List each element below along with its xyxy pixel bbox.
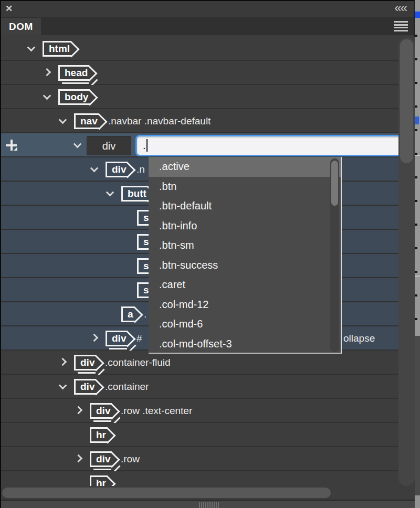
element-tag-div[interactable]: div <box>106 331 128 346</box>
tag-name-input[interactable]: div <box>87 136 131 155</box>
dom-tree-row-head[interactable]: head <box>1 61 415 85</box>
element-tag-div[interactable]: div <box>90 403 112 419</box>
dom-panel: ✕ «« DOM htmlheadbodynav.navbar .navbar-… <box>0 0 415 508</box>
panel-titlebar: ✕ «« <box>1 1 414 17</box>
element-tag-div[interactable]: div <box>90 451 112 467</box>
class-input[interactable]: . <box>135 135 411 156</box>
class-suggestion-item[interactable]: .btn-default <box>149 196 341 216</box>
class-suggestion-item[interactable]: .col-md-6 <box>149 314 341 334</box>
class-suggestion-item[interactable]: .btn-success <box>149 256 341 276</box>
element-tag-butt[interactable]: butt <box>121 186 148 202</box>
dom-tree-row-div-rowtext-center[interactable]: div.row .text-center <box>1 399 415 423</box>
vertical-scrollbar-thumb[interactable] <box>400 39 413 163</box>
panel-menu-icon[interactable] <box>394 21 408 31</box>
collapse-chevron-icon[interactable] <box>90 164 99 173</box>
expand-chevron-icon[interactable] <box>90 334 99 342</box>
expand-chevron-icon[interactable] <box>75 454 83 463</box>
class-input-value: . <box>143 140 146 151</box>
element-classes-label: .n <box>136 164 145 175</box>
dom-tree-row-div-row[interactable]: div.row <box>1 447 415 471</box>
dom-tree-row-div-container-fluid[interactable]: div.container-fluid <box>1 351 415 375</box>
element-classes-label-fragment: ollapse <box>343 333 375 344</box>
element-classes-label: .container-fluid <box>105 357 171 368</box>
panel-resize-strip <box>1 501 415 508</box>
element-tag-div[interactable]: div <box>106 162 128 177</box>
collapse-chevron-icon[interactable] <box>43 92 51 100</box>
element-classes-label: . <box>144 309 146 320</box>
resize-grip-handle[interactable] <box>199 502 219 508</box>
class-suggestion-item[interactable]: .btn-info <box>149 216 341 236</box>
class-suggestion-dropdown: .active.btn.btn-default.btn-info.btn-sm.… <box>149 157 342 354</box>
element-tag-html[interactable]: html <box>43 41 71 57</box>
collapse-chevron-icon[interactable] <box>59 116 67 124</box>
element-tag-a[interactable]: a <box>121 306 135 322</box>
dom-tree-row-div-container[interactable]: div.container <box>1 375 415 399</box>
class-suggestion-item[interactable]: .caret <box>149 275 341 295</box>
stacked-children-indicator <box>62 82 89 84</box>
class-suggestion-item[interactable]: .btn-sm <box>149 236 341 256</box>
element-tag-hr[interactable]: hr <box>90 475 108 486</box>
add-element-menu-arrow[interactable] <box>14 147 17 151</box>
element-tag-div[interactable]: div <box>74 355 96 371</box>
horizontal-scrollbar-track[interactable] <box>1 486 415 500</box>
element-tag-head[interactable]: head <box>58 65 89 81</box>
dropdown-scrollbar-thumb[interactable] <box>331 161 338 206</box>
stacked-children-indicator <box>109 348 127 350</box>
dom-tree-row-hr[interactable]: hr <box>1 423 415 447</box>
element-classes-label: .row .text-center <box>121 405 192 417</box>
element-tag-nav[interactable]: nav <box>74 113 99 129</box>
element-classes-label: .navbar .navbar-default <box>108 115 211 127</box>
text-caret <box>146 139 148 152</box>
panel-tabbar: DOM <box>1 17 414 35</box>
tab-dom[interactable]: DOM <box>1 18 41 35</box>
expand-chevron-icon[interactable] <box>43 68 51 77</box>
stacked-children-indicator <box>93 469 111 470</box>
element-tag-hr[interactable]: hr <box>90 427 108 443</box>
collapse-panel-icon[interactable]: «« <box>394 1 406 15</box>
dom-tree-row-nav-navbarnavbar-default[interactable]: nav.navbar .navbar-default <box>1 109 415 133</box>
stacked-children-indicator <box>93 420 111 422</box>
close-icon[interactable]: ✕ <box>5 3 13 14</box>
stacked-children-indicator <box>78 372 96 374</box>
element-classes-label: .row <box>121 453 140 465</box>
expand-chevron-icon[interactable] <box>59 358 67 366</box>
new-element-editor-row[interactable]: div. <box>1 133 415 157</box>
element-classes-label: .container <box>105 381 149 393</box>
dom-tree-row-hr[interactable]: hr <box>1 471 415 486</box>
expand-chevron-icon[interactable] <box>74 140 82 149</box>
class-suggestion-item[interactable]: .btn <box>149 177 341 197</box>
dom-panel-screen: ✕ «« DOM htmlheadbodynav.navbar .navbar-… <box>0 0 420 508</box>
collapse-chevron-icon[interactable] <box>59 382 67 390</box>
dom-tree-row-body[interactable]: body <box>1 85 415 109</box>
element-tag-body[interactable]: body <box>58 89 90 105</box>
collapse-chevron-icon[interactable] <box>106 188 114 197</box>
element-tag-div[interactable]: div <box>74 379 96 395</box>
class-suggestion-item[interactable]: .active <box>149 157 341 177</box>
class-suggestion-item[interactable]: .col-md-12 <box>149 295 341 315</box>
expand-chevron-icon[interactable] <box>75 406 83 415</box>
class-suggestion-item[interactable]: .col-md-offset-3 <box>149 334 341 354</box>
collapse-chevron-icon[interactable] <box>27 44 36 52</box>
dom-tree-row-html[interactable]: html <box>1 37 415 61</box>
horizontal-scrollbar-thumb[interactable] <box>2 488 331 498</box>
element-classes-label: # <box>136 333 142 344</box>
